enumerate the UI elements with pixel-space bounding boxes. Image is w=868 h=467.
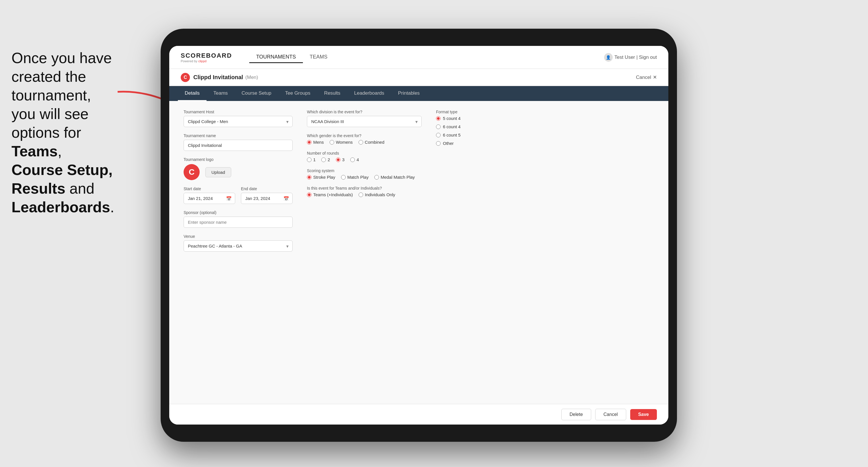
gender-womens[interactable]: Womens bbox=[330, 140, 353, 145]
format-other[interactable]: Other bbox=[436, 141, 654, 146]
gender-mens-radio[interactable] bbox=[307, 140, 311, 145]
tab-teams[interactable]: Teams bbox=[207, 86, 235, 101]
tab-results[interactable]: Results bbox=[317, 86, 347, 101]
rounds-2-radio[interactable] bbox=[321, 157, 326, 162]
tab-course-setup[interactable]: Course Setup bbox=[235, 86, 278, 101]
venue-select-wrapper: Peachtree GC - Atlanta - GA bbox=[184, 240, 292, 252]
scoring-medal-radio[interactable] bbox=[374, 175, 379, 180]
scoring-stroke-radio[interactable] bbox=[307, 175, 311, 180]
tutorial-line3: tournament, bbox=[11, 87, 91, 103]
rounds-4-radio[interactable] bbox=[350, 157, 355, 162]
footer-bar: Delete Cancel Save bbox=[169, 404, 669, 425]
name-input[interactable] bbox=[184, 140, 292, 151]
tournament-icon: C bbox=[181, 73, 190, 82]
division-select[interactable]: NCAA Division III bbox=[307, 116, 422, 127]
rounds-3-radio[interactable] bbox=[336, 157, 340, 162]
tablet-screen: SCOREBOARD Powered by clippd TOURNAMENTS… bbox=[169, 46, 669, 425]
format-5count4-radio[interactable] bbox=[436, 116, 441, 121]
name-label: Tournament name bbox=[184, 133, 292, 138]
app-header: SCOREBOARD Powered by clippd TOURNAMENTS… bbox=[169, 46, 669, 69]
teams-teams[interactable]: Teams (+Individuals) bbox=[307, 192, 353, 197]
format-6count5[interactable]: 6 count 5 bbox=[436, 132, 654, 137]
format-5count4-label: 5 count 4 bbox=[443, 116, 461, 121]
format-field-group: Format type 5 count 4 6 count 4 6 cou bbox=[436, 110, 654, 146]
user-area: 👤 Test User | Sign out bbox=[604, 53, 657, 62]
logo-circle: C bbox=[184, 164, 199, 180]
division-label: Which division is the event for? bbox=[307, 110, 422, 114]
rounds-4[interactable]: 4 bbox=[350, 157, 359, 162]
scoring-match-radio[interactable] bbox=[341, 175, 346, 180]
format-6count4-label: 6 count 4 bbox=[443, 124, 461, 129]
section-tabs-bar: Details Teams Course Setup Tee Groups Re… bbox=[169, 86, 669, 101]
tab-details[interactable]: Details bbox=[178, 86, 207, 101]
gender-womens-label: Womens bbox=[336, 140, 353, 145]
tab-tee-groups[interactable]: Tee Groups bbox=[278, 86, 317, 101]
start-date-input[interactable] bbox=[184, 193, 235, 204]
user-icon: 👤 bbox=[604, 53, 613, 62]
rounds-1-label: 1 bbox=[313, 157, 315, 162]
teams-individuals-radio[interactable] bbox=[359, 192, 363, 197]
sponsor-input[interactable] bbox=[184, 217, 292, 228]
rounds-1[interactable]: 1 bbox=[307, 157, 315, 162]
venue-select[interactable]: Peachtree GC - Atlanta - GA bbox=[184, 240, 292, 252]
teams-individuals[interactable]: Individuals Only bbox=[359, 192, 395, 197]
upload-button[interactable]: Upload bbox=[206, 167, 231, 177]
format-other-label: Other bbox=[443, 141, 454, 146]
tournament-name: Clippd Invitational bbox=[193, 74, 243, 81]
rounds-2[interactable]: 2 bbox=[321, 157, 330, 162]
venue-field-group: Venue Peachtree GC - Atlanta - GA bbox=[184, 234, 292, 252]
scoring-match[interactable]: Match Play bbox=[341, 175, 369, 180]
end-date-label: End date bbox=[241, 186, 292, 191]
gender-combined-radio[interactable] bbox=[359, 140, 363, 145]
cancel-x-icon: ✕ bbox=[653, 74, 657, 80]
logo-upload-area: C Upload bbox=[184, 164, 292, 180]
format-other-radio[interactable] bbox=[436, 141, 441, 146]
nav-tab-teams[interactable]: TEAMS bbox=[303, 52, 335, 63]
host-select[interactable]: Clippd College - Men bbox=[184, 116, 292, 127]
end-date-group: End date bbox=[241, 186, 292, 204]
top-nav: TOURNAMENTS TEAMS bbox=[249, 52, 604, 63]
tournament-type: (Men) bbox=[245, 74, 258, 80]
scoring-medal-label: Medal Match Play bbox=[381, 175, 415, 180]
rounds-1-radio[interactable] bbox=[307, 157, 311, 162]
rounds-3[interactable]: 3 bbox=[336, 157, 344, 162]
cancel-button[interactable]: Cancel bbox=[595, 409, 626, 420]
gender-mens[interactable]: Mens bbox=[307, 140, 324, 145]
format-6count4[interactable]: 6 count 4 bbox=[436, 124, 654, 129]
tutorial-line4: you will see bbox=[11, 105, 89, 122]
gender-mens-label: Mens bbox=[313, 140, 324, 145]
gender-combined[interactable]: Combined bbox=[359, 140, 384, 145]
format-5count4[interactable]: 5 count 4 bbox=[436, 116, 654, 121]
gender-womens-radio[interactable] bbox=[330, 140, 334, 145]
gender-radio-group: Mens Womens Combined bbox=[307, 140, 422, 145]
format-6count5-radio[interactable] bbox=[436, 133, 441, 137]
delete-button[interactable]: Delete bbox=[561, 409, 591, 420]
sponsor-label: Sponsor (optional) bbox=[184, 210, 292, 215]
format-6count4-radio[interactable] bbox=[436, 124, 441, 129]
end-date-input[interactable] bbox=[241, 193, 292, 204]
tab-leaderboards[interactable]: Leaderboards bbox=[347, 86, 391, 101]
tutorial-and: and bbox=[65, 180, 94, 197]
save-button[interactable]: Save bbox=[630, 409, 657, 420]
scoring-stroke[interactable]: Stroke Play bbox=[307, 175, 335, 180]
scoring-field-group: Scoring system Stroke Play Match Play bbox=[307, 168, 422, 180]
tutorial-bold1: Teams bbox=[11, 143, 58, 159]
cancel-x-button[interactable]: Cancel ✕ bbox=[636, 74, 657, 80]
rounds-radio-group: 1 2 3 4 bbox=[307, 157, 422, 162]
teams-field-group: Is this event for Teams and/or Individua… bbox=[307, 186, 422, 197]
teams-individuals-label: Individuals Only bbox=[365, 192, 395, 197]
format-radio-group: 5 count 4 6 count 4 6 count 5 Other bbox=[436, 116, 654, 146]
tab-printables[interactable]: Printables bbox=[391, 86, 427, 101]
nav-tab-tournaments[interactable]: TOURNAMENTS bbox=[249, 52, 303, 63]
scoring-medal[interactable]: Medal Match Play bbox=[374, 175, 415, 180]
teams-teams-label: Teams (+Individuals) bbox=[313, 192, 353, 197]
sponsor-field-group: Sponsor (optional) bbox=[184, 210, 292, 228]
logo-area: SCOREBOARD Powered by clippd bbox=[181, 52, 232, 63]
teams-teams-radio[interactable] bbox=[307, 192, 311, 197]
tournament-header: C Clippd Invitational (Men) Cancel ✕ bbox=[169, 69, 669, 86]
tutorial-line2: created the bbox=[11, 68, 86, 85]
logo-subtitle: Powered by clippd bbox=[181, 59, 232, 63]
tutorial-period: . bbox=[110, 199, 114, 215]
user-label[interactable]: Test User | Sign out bbox=[614, 55, 657, 60]
gender-label: Which gender is the event for? bbox=[307, 133, 422, 138]
